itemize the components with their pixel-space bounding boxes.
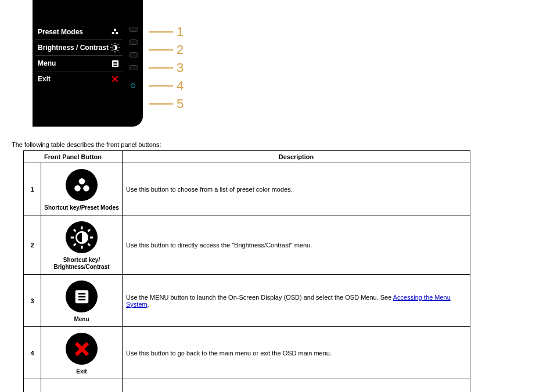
callout-1: 1 <box>149 26 184 38</box>
button-cell: Shortcut key/ Brightness/Contrast <box>41 215 123 275</box>
svg-line-8 <box>111 44 113 45</box>
button-cell: Exit <box>41 327 123 379</box>
table-row: 3 Menu Use the MENU button to launch the… <box>24 275 470 327</box>
table-row <box>24 379 470 393</box>
svg-line-29 <box>88 243 90 246</box>
bezel-button-3 <box>129 52 138 57</box>
osd-label: Exit <box>38 75 51 83</box>
exit-icon <box>66 333 98 365</box>
bezel-button-column <box>129 27 138 89</box>
svg-point-20 <box>78 178 85 185</box>
button-label: Shortcut key/Preset Modes <box>44 204 120 211</box>
osd-menu: Preset Modes Brightness / Contrast Menu … <box>35 24 123 87</box>
button-label: Menu <box>44 316 120 323</box>
osd-label: Brightness / Contrast <box>38 44 109 52</box>
osd-label: Preset Modes <box>38 28 83 36</box>
button-label: Shortcut key/ Brightness/Contrast <box>44 257 120 271</box>
svg-point-2 <box>116 32 118 34</box>
header-description: Description <box>123 151 470 163</box>
svg-line-30 <box>74 243 76 246</box>
svg-line-11 <box>117 44 118 45</box>
button-cell: Shortcut key/Preset Modes <box>41 163 123 215</box>
button-cell: Menu <box>41 275 123 327</box>
front-panel-diagram: Preset Modes Brightness / Contrast Menu … <box>0 0 554 136</box>
header-button: Front Panel Button <box>24 151 123 163</box>
svg-line-10 <box>111 50 113 51</box>
table-row: 1 Shortcut key/Preset Modes Use this but… <box>24 163 470 215</box>
bezel-button-1 <box>129 27 138 32</box>
svg-line-9 <box>117 50 118 51</box>
intro-text: The following table describes the front … <box>0 136 554 150</box>
monitor-bezel: Preset Modes Brightness / Contrast Menu … <box>33 0 143 127</box>
svg-point-22 <box>83 185 89 192</box>
osd-item-exit: Exit <box>35 71 123 87</box>
callout-4: 4 <box>149 80 184 92</box>
osd-item-brightness-contrast: Brightness / Contrast <box>35 40 123 56</box>
row-description <box>123 379 470 393</box>
menu-icon <box>110 58 120 69</box>
row-number: 2 <box>24 215 41 275</box>
row-number: 3 <box>24 275 41 327</box>
menu-icon <box>66 280 98 312</box>
power-button-icon <box>129 81 137 89</box>
bezel-button-2 <box>129 39 138 45</box>
osd-item-preset-modes: Preset Modes <box>35 24 123 40</box>
row-description: Use this button to directly access the "… <box>123 215 470 275</box>
callout-2: 2 <box>149 44 184 56</box>
brightness-contrast-icon <box>110 42 120 53</box>
row-number <box>24 379 41 393</box>
brightness-contrast-icon <box>66 221 98 253</box>
row-number: 1 <box>24 163 41 215</box>
preset-modes-icon <box>66 169 98 201</box>
table-row: 4 Exit Use this button to go back to the… <box>24 327 470 379</box>
callout-5: 5 <box>149 98 184 110</box>
svg-line-28 <box>74 229 76 232</box>
preset-modes-icon <box>110 27 120 37</box>
bezel-button-4 <box>129 65 138 70</box>
front-panel-table: Front Panel Button Description 1 Shortcu… <box>23 150 470 392</box>
callout-3: 3 <box>149 62 184 74</box>
svg-point-0 <box>114 29 116 31</box>
svg-point-1 <box>112 32 114 34</box>
svg-point-21 <box>74 185 81 192</box>
button-label: Exit <box>44 368 120 375</box>
exit-icon <box>110 74 120 84</box>
table-row: 2 Shortcut key/ Brightness/Contrast Use … <box>24 215 470 275</box>
osd-label: Menu <box>38 59 56 67</box>
button-cell <box>41 379 123 393</box>
row-description: Use this button to go back to the main m… <box>123 327 470 379</box>
table-header-row: Front Panel Button Description <box>24 151 470 163</box>
row-number: 4 <box>24 327 41 379</box>
row-description: Use the MENU button to launch the On-Scr… <box>123 275 470 327</box>
svg-line-31 <box>88 229 90 232</box>
callout-numbers: 1 2 3 4 5 <box>149 26 184 110</box>
osd-item-menu: Menu <box>35 56 123 71</box>
row-description: Use this button to choose from a list of… <box>123 163 470 215</box>
